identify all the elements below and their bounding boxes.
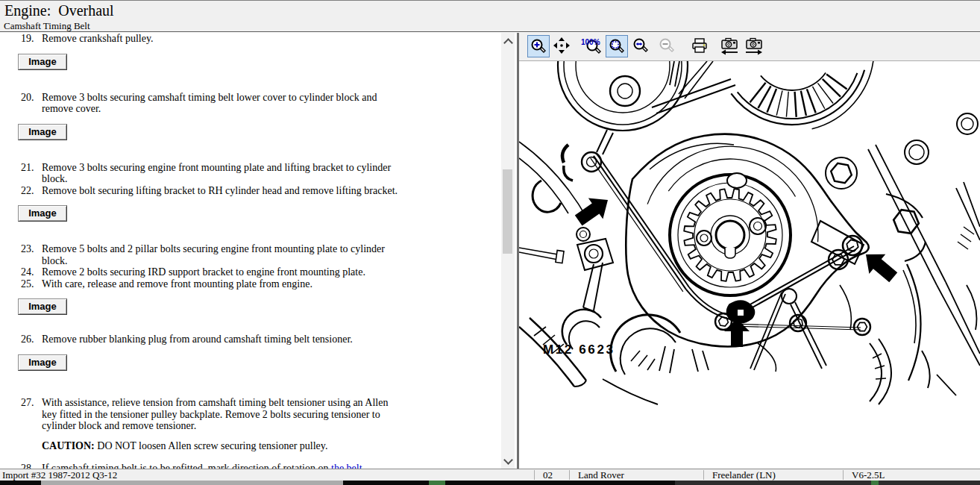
step-number: 23.	[21, 243, 40, 255]
scroll-down-arrow-icon[interactable]	[503, 455, 513, 465]
diagram-area: M12 6623	[519, 61, 980, 469]
next-image-icon	[744, 35, 764, 56]
step-group: 21.Remove 3 bolts securing engine front …	[0, 162, 492, 222]
status-cell: 02	[543, 470, 568, 481]
zoom-100-button[interactable]: 100%	[580, 35, 603, 57]
zoom-in-button[interactable]	[527, 35, 550, 57]
procedure-step: 20.Remove 3 bolts securing camshaft timi…	[0, 92, 492, 115]
procedure-step: 24.Remove 2 bolts securing IRD support b…	[0, 266, 492, 278]
engine-diagram: M12 6623	[519, 61, 980, 469]
step-number: 19.	[21, 33, 40, 45]
procedure-step: 23.Remove 5 bolts and 2 pillar bolts sec…	[0, 243, 492, 266]
taskbar-tray	[675, 481, 980, 485]
diagram-toolbar: 100%	[519, 33, 980, 61]
scroll-up-arrow-icon[interactable]	[503, 38, 513, 48]
step-group: 26.Remove rubber blanking plug from arou…	[0, 334, 492, 371]
taskbar-indicator	[429, 481, 445, 485]
step-text: Remove rubber blanking plug from around …	[42, 334, 492, 345]
zoom-out-icon	[656, 35, 677, 56]
step-text: With care, release and remove front moun…	[42, 278, 492, 290]
step-number: 28.	[21, 463, 40, 469]
windows-taskbar[interactable]	[0, 481, 980, 485]
step-text: Remove 3 bolts securing camshaft timing …	[42, 92, 492, 115]
procedure-steps: 19.Remove crankshaft pulley.Image20.Remo…	[0, 33, 492, 469]
status-separator	[843, 470, 844, 480]
step-text: If camshaft timing belt is to be refitte…	[42, 463, 492, 469]
taskbar-indicator-2	[871, 481, 879, 485]
procedure-step: 27.With assistance, relieve tension from…	[0, 397, 492, 432]
procedure-step: 22.Remove bolt securing lifting bracket …	[0, 185, 492, 197]
status-cell: Land Rover	[578, 470, 702, 481]
diagram-label: M12 6623	[543, 342, 613, 357]
image-button[interactable]: Image	[18, 298, 67, 315]
step-number: 20.	[21, 92, 40, 104]
step-number: 26.	[21, 334, 40, 345]
print-icon	[689, 35, 710, 56]
app-window: Engine: Overhaul Camshaft Timing Belt 19…	[0, 0, 980, 485]
step-text: Remove 5 bolts and 2 pillar bolts securi…	[42, 243, 492, 266]
vertical-scrollbar[interactable]	[501, 33, 515, 469]
zoom-fit-width-button[interactable]	[630, 35, 653, 57]
step-group: 19.Remove crankshaft pulley.Image	[0, 33, 492, 70]
procedure-step: 26.Remove rubber blanking plug from arou…	[0, 334, 492, 345]
step-text: Remove bolt securing lifting bracket to …	[42, 185, 492, 197]
status-cell: V6-2.5L	[852, 470, 979, 481]
status-separator	[534, 470, 535, 480]
step-text: Remove crankshaft pulley.	[42, 33, 492, 45]
status-separator	[703, 470, 704, 480]
image-button[interactable]: Image	[18, 354, 67, 371]
step-number: 24.	[21, 266, 40, 278]
step-text: Remove 2 bolts securing IRD support brac…	[42, 266, 492, 278]
procedure-step: 25.With care, release and remove front m…	[0, 278, 492, 290]
step-group: 27.With assistance, relieve tension from…	[0, 397, 492, 451]
procedure-step: 19.Remove crankshaft pulley.	[0, 33, 492, 45]
zoom-fit-width-icon	[630, 35, 651, 56]
status-cell: Freelander (LN)	[712, 470, 841, 481]
procedure-panel: 19.Remove crankshaft pulley.Image20.Remo…	[0, 33, 501, 469]
image-button[interactable]: Image	[18, 124, 67, 140]
step-group: 23.Remove 5 bolts and 2 pillar bolts sec…	[0, 243, 492, 315]
previous-image-button[interactable]	[719, 35, 741, 57]
previous-image-icon	[719, 35, 740, 56]
scrollbar-thumb[interactable]	[503, 169, 512, 254]
zoom-fit-icon	[606, 36, 627, 57]
zoom-in-icon	[528, 36, 549, 57]
status-cell: Import #32 1987-2012 Q3-12	[2, 470, 526, 481]
svg-text:100%: 100%	[581, 38, 600, 46]
zoom-out-button	[656, 35, 679, 57]
step-number: 22.	[21, 185, 40, 197]
print-button[interactable]	[689, 35, 712, 57]
step-text: Remove 3 bolts securing engine front mou…	[42, 162, 492, 185]
next-image-button[interactable]	[744, 35, 766, 57]
page-subtitle: Camshaft Timing Belt	[4, 20, 90, 32]
step-number: 21.	[21, 162, 40, 174]
procedure-step-partial: 28.If camshaft timing belt is to be refi…	[0, 463, 492, 469]
step-number: 25.	[21, 278, 40, 290]
status-separator	[569, 470, 570, 480]
caution-note: CAUTION: DO NOT loosen Allen screw secur…	[42, 440, 492, 452]
pan-icon	[551, 35, 572, 56]
image-button[interactable]: Image	[18, 205, 67, 222]
pan-button[interactable]	[551, 35, 574, 57]
taskbar-window-button[interactable]	[41, 481, 343, 485]
zoom-100-icon: 100%	[580, 35, 601, 56]
belt-link[interactable]: the belt	[331, 463, 362, 469]
page-title: Engine: Overhaul	[4, 2, 114, 19]
diagram-panel: 100% M12 6623	[519, 33, 980, 469]
step-group: 20.Remove 3 bolts securing camshaft timi…	[0, 92, 492, 140]
step-number: 27.	[21, 397, 40, 409]
page-header: Engine: Overhaul Camshaft Timing Belt	[0, 0, 980, 32]
procedure-step: 21.Remove 3 bolts securing engine front …	[0, 162, 492, 185]
image-button[interactable]: Image	[18, 54, 67, 70]
zoom-fit-button[interactable]	[606, 35, 628, 57]
step-text: With assistance, relieve tension from ca…	[42, 397, 492, 432]
status-bar: Import #32 1987-2012 Q3-1202Land RoverFr…	[0, 469, 980, 481]
